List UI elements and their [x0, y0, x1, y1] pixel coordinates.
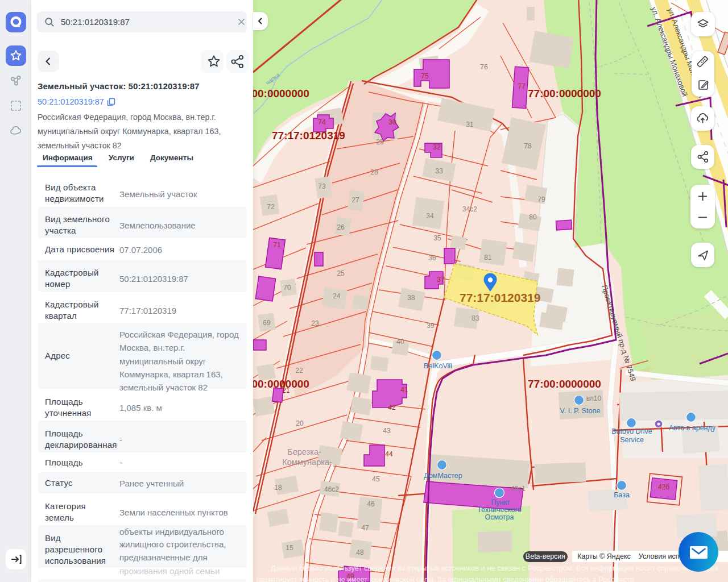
svg-text:База: База — [614, 491, 630, 499]
svg-text:36: 36 — [428, 254, 436, 262]
svg-text:46: 46 — [367, 500, 375, 508]
svg-text:27: 27 — [351, 196, 359, 204]
svg-text:BelKoVill: BelKoVill — [424, 362, 452, 370]
svg-text:79: 79 — [537, 196, 545, 203]
svg-text:73: 73 — [318, 182, 326, 190]
svg-text:77:00:0000000: 77:00:0000000 — [253, 378, 309, 390]
svg-text:25: 25 — [337, 269, 345, 277]
svg-text:Авто в аренду: Авто в аренду — [669, 424, 716, 432]
svg-text:81: 81 — [484, 253, 492, 261]
svg-text:40с1: 40с1 — [511, 485, 526, 493]
svg-text:77:00:0000000: 77:00:0000000 — [528, 88, 601, 99]
svg-text:83: 83 — [471, 314, 479, 322]
svg-text:33: 33 — [435, 167, 443, 175]
svg-text:41: 41 — [400, 386, 408, 394]
svg-text:34с2: 34с2 — [462, 205, 477, 213]
svg-text:Березка-: Березка- — [287, 447, 321, 456]
svg-text:42: 42 — [388, 404, 396, 411]
svg-text:70: 70 — [283, 284, 291, 292]
svg-text:21: 21 — [282, 386, 290, 394]
svg-text:40: 40 — [396, 338, 404, 346]
svg-text:31: 31 — [466, 120, 474, 128]
svg-text:43: 43 — [383, 427, 391, 435]
svg-text:26: 26 — [337, 223, 345, 231]
svg-text:71: 71 — [273, 241, 281, 249]
svg-text:30: 30 — [388, 118, 396, 126]
svg-text:29: 29 — [376, 138, 384, 146]
svg-text:23: 23 — [311, 319, 319, 327]
svg-text:V. I. P. Stone: V. I. P. Stone — [560, 407, 601, 415]
svg-text:Коммунарка-: Коммунарка- — [282, 458, 332, 467]
svg-text:74: 74 — [318, 118, 326, 126]
svg-text:15: 15 — [286, 544, 293, 552]
svg-text:47: 47 — [361, 524, 369, 532]
svg-text:72: 72 — [267, 203, 275, 211]
svg-text:77:00:0000000: 77:00:0000000 — [528, 378, 601, 390]
svg-text:69: 69 — [263, 319, 271, 327]
svg-text:45: 45 — [372, 475, 380, 483]
svg-text:Технического: Технического — [477, 506, 521, 514]
svg-text:76: 76 — [480, 63, 488, 71]
svg-text:35: 35 — [433, 234, 441, 242]
svg-text:48: 48 — [356, 548, 364, 556]
svg-text:28: 28 — [370, 168, 378, 176]
svg-text:вл10: вл10 — [586, 394, 602, 402]
svg-text:46с2: 46с2 — [324, 485, 339, 493]
svg-text:78: 78 — [524, 142, 532, 150]
svg-text:37: 37 — [437, 276, 445, 284]
svg-text:42б: 42б — [658, 483, 669, 491]
svg-text:77:17:0120319: 77:17:0120319 — [272, 130, 345, 142]
svg-text:24: 24 — [333, 292, 341, 300]
svg-text:22: 22 — [295, 367, 303, 375]
svg-text:44: 44 — [385, 450, 393, 458]
svg-text:Service: Service — [620, 436, 644, 444]
svg-text:80: 80 — [529, 213, 537, 221]
svg-text:Пункт: Пункт — [491, 498, 510, 506]
svg-text:77:17:0120319: 77:17:0120319 — [460, 291, 540, 304]
svg-text:Butovo Drive: Butovo Drive — [611, 427, 652, 435]
svg-text:32: 32 — [433, 143, 441, 151]
svg-text:38: 38 — [407, 294, 415, 302]
svg-text:20: 20 — [296, 419, 304, 427]
svg-text:77:00:0000000: 77:00:0000000 — [253, 88, 309, 99]
svg-text:Осмотра: Осмотра — [485, 513, 514, 521]
svg-text:39: 39 — [427, 322, 435, 330]
svg-text:34: 34 — [426, 212, 434, 220]
svg-text:ДомМастер: ДомМастер — [424, 472, 462, 480]
svg-text:18: 18 — [274, 484, 282, 492]
svg-text:75: 75 — [421, 72, 429, 80]
svg-text:77: 77 — [518, 82, 526, 90]
